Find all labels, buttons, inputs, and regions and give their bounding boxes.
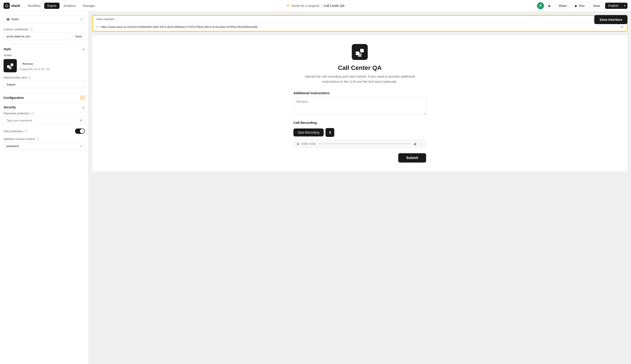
submit-text-info-icon[interactable]: i bbox=[28, 76, 31, 79]
url-text: https://www.stack-ai.com/form/28deefb9-c… bbox=[101, 25, 619, 28]
sso-toggle[interactable] bbox=[75, 128, 85, 134]
additional-instructions-input[interactable] bbox=[293, 97, 426, 115]
start-recording-button[interactable]: Start Recording bbox=[293, 128, 324, 136]
subdomain-save-button[interactable]: Save bbox=[72, 33, 85, 40]
avatar-label: Avatar bbox=[4, 54, 85, 57]
url-header-label: User Interface bbox=[96, 18, 114, 21]
share-button[interactable]: Share bbox=[555, 2, 570, 9]
password-row: 👁 bbox=[4, 117, 85, 124]
svg-text:⬡: ⬡ bbox=[5, 4, 8, 8]
logo: ⬡ stack bbox=[4, 3, 20, 9]
security-title: Security bbox=[4, 106, 16, 109]
cursor-icon-btn[interactable]: ▶ bbox=[546, 2, 553, 10]
password-label: Password protection i bbox=[4, 112, 85, 115]
call-recording-label: Call Recording bbox=[293, 121, 426, 124]
breadcrumb-separator: / bbox=[321, 4, 322, 8]
form-type-selector[interactable]: ▣ Form ▾ bbox=[4, 15, 85, 23]
password-input[interactable] bbox=[4, 117, 85, 124]
tab-export[interactable]: Export bbox=[44, 3, 59, 9]
publish-main-button[interactable]: Publish bbox=[605, 3, 621, 9]
style-section-header[interactable]: Style ▲ bbox=[4, 44, 85, 54]
form-preview: Call Center QA Upload the call recording… bbox=[92, 35, 627, 172]
tab-manager[interactable]: Manager bbox=[80, 3, 98, 9]
toggle-password-visibility-button[interactable]: 👁 bbox=[80, 119, 83, 122]
save-button[interactable]: Save bbox=[590, 2, 603, 9]
form-select-label: Form bbox=[12, 18, 79, 21]
svg-rect-6 bbox=[360, 49, 364, 52]
password-protection-field: Password protection i 👁 bbox=[4, 112, 85, 124]
tab-workflow[interactable]: Workflow bbox=[25, 3, 43, 9]
configuration-title: Configuration bbox=[4, 96, 24, 100]
avatar: P bbox=[537, 2, 544, 9]
preview-title: Call Center QA bbox=[338, 64, 382, 72]
security-section: Password protection i 👁 SSO protection i bbox=[4, 112, 85, 150]
recording-controls: Start Recording ⬆ bbox=[293, 128, 426, 137]
breadcrumb-current: Call Center QA bbox=[324, 4, 344, 8]
form-icon: ▣ bbox=[7, 17, 10, 21]
security-section-header[interactable]: Security ▲ bbox=[4, 102, 85, 112]
breadcrumb-project: Acme Inc.'s projects bbox=[292, 4, 319, 8]
preview-logo bbox=[352, 44, 368, 60]
access-control-info-icon[interactable]: i bbox=[36, 138, 39, 141]
access-select-chevron-icon: ▾ bbox=[81, 145, 82, 148]
audio-more-options-icon[interactable]: ⋮ bbox=[419, 142, 422, 146]
access-select-value: password bbox=[7, 144, 81, 148]
style-section-title: Style bbox=[4, 47, 11, 51]
password-input-wrapper: 👁 bbox=[4, 117, 85, 124]
chevron-down-icon: ▾ bbox=[81, 18, 82, 21]
publish-button-group: Publish ▾ bbox=[605, 3, 627, 9]
password-info-icon[interactable]: i bbox=[31, 112, 34, 115]
toggle-thumb bbox=[80, 129, 84, 133]
play-icon: ▶ bbox=[575, 4, 577, 8]
sso-info-icon[interactable]: i bbox=[24, 130, 28, 133]
save-interface-button[interactable]: Save Interface bbox=[594, 15, 627, 24]
submit-form-button[interactable]: Submit bbox=[398, 153, 426, 162]
upload-icon: ⬆ bbox=[329, 130, 331, 135]
access-control-select[interactable]: password ▾ bbox=[4, 142, 85, 150]
logo-text: stack bbox=[11, 4, 20, 8]
additional-instructions-label: Additional Instructions bbox=[293, 91, 426, 95]
avatar-info: Remove Suggested size is 64 × 64 bbox=[20, 61, 50, 71]
remove-avatar-button[interactable]: Remove bbox=[20, 61, 36, 67]
subdomain-input[interactable] bbox=[4, 33, 71, 40]
audio-time: 0:00 / 0:00 bbox=[302, 142, 315, 146]
submit-text-input[interactable] bbox=[4, 81, 85, 88]
audio-player: ▶ 0:00 / 0:00 🔊 ⋮ bbox=[293, 140, 426, 148]
svg-rect-3 bbox=[11, 64, 13, 66]
security-chevron-icon: ▲ bbox=[82, 106, 85, 109]
publish-dropdown-button[interactable]: ▾ bbox=[621, 3, 627, 8]
preview-panel: Save Interface User Interface </> Embed … bbox=[89, 12, 631, 364]
left-panel: ▣ Form ▾ Custom subdomain i Save Style ▲… bbox=[0, 12, 89, 364]
access-control-section: Interface Access Control i password ▾ bbox=[4, 137, 85, 150]
url-bar: ↻ https://www.stack-ai.com/form/28deefb9… bbox=[93, 23, 627, 31]
subdomain-label: Custom subdomain i bbox=[4, 28, 85, 31]
custom-subdomain-field: Custom subdomain i Save bbox=[4, 28, 85, 40]
sso-label: SSO protection i bbox=[4, 130, 28, 133]
submit-text-label: Submit button text i bbox=[4, 76, 85, 79]
upload-recording-button[interactable]: ⬆ bbox=[325, 128, 334, 137]
audio-progress-bar[interactable] bbox=[317, 143, 411, 144]
avatar-section: Avatar Remove Suggested size is 64 × 64 bbox=[4, 54, 85, 72]
sso-protection-row: SSO protection i bbox=[4, 128, 85, 134]
submit-button-text-field: Submit button text i bbox=[4, 76, 85, 88]
copy-icon[interactable]: ⧉ bbox=[621, 25, 623, 29]
top-nav: ⬡ stack Workflow Export Analytics Manage… bbox=[0, 0, 631, 12]
configuration-section-header[interactable]: Configuration ⊘ bbox=[4, 93, 85, 102]
run-button[interactable]: ▶ Run bbox=[572, 2, 588, 9]
folder-icon: 📁 bbox=[287, 4, 290, 7]
volume-icon[interactable]: 🔊 bbox=[413, 142, 417, 146]
audio-play-button[interactable]: ▶ bbox=[297, 142, 300, 146]
avatar-row: Remove Suggested size is 64 × 64 bbox=[4, 59, 85, 72]
subdomain-info-icon[interactable]: i bbox=[30, 28, 33, 31]
avatar-hint: Suggested size is 64 × 64 bbox=[20, 68, 50, 71]
configuration-warning-icon: ⊘ bbox=[80, 96, 85, 100]
main-layout: ▣ Form ▾ Custom subdomain i Save Style ▲… bbox=[0, 12, 631, 364]
url-section: User Interface </> Embed ↻ https://www.s… bbox=[92, 15, 627, 32]
breadcrumb: 📁 Acme Inc.'s projects / Call Center QA bbox=[287, 4, 345, 8]
preview-description: Upload the call recording and click subm… bbox=[298, 74, 422, 84]
nav-tabs: Workflow Export Analytics Manager bbox=[25, 3, 98, 9]
avatar-preview bbox=[4, 59, 17, 72]
url-header: User Interface </> Embed bbox=[93, 16, 627, 23]
tab-analytics[interactable]: Analytics bbox=[61, 3, 79, 9]
refresh-icon[interactable]: ↻ bbox=[96, 25, 99, 29]
